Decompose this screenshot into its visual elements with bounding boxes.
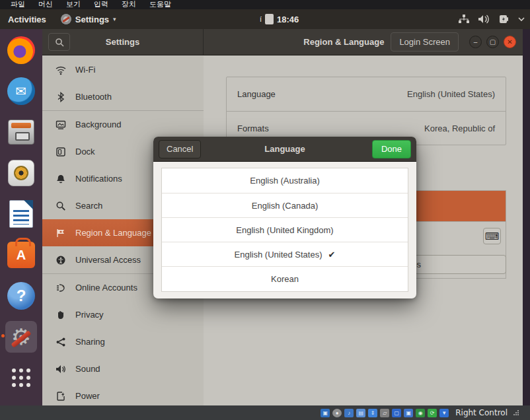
language-value: English (United States)	[407, 89, 495, 99]
language-option[interactable]: English (Australia)	[162, 168, 408, 193]
cancel-button[interactable]: Cancel	[159, 140, 201, 158]
wifi-icon	[56, 65, 66, 75]
firefox-icon	[7, 36, 35, 64]
sidebar-item-label: Power	[75, 391, 100, 401]
dialog-header: Language Cancel Done	[153, 137, 416, 162]
optical-drive-icon[interactable]: ●	[332, 409, 342, 417]
network-adapters-icon[interactable]: ▤	[356, 409, 365, 417]
sidebar-item-privacy[interactable]: Privacy	[42, 301, 204, 328]
rhythmbox-icon	[8, 160, 34, 186]
sidebar-item-label: Sound	[75, 364, 100, 374]
sidebar-item-sharing[interactable]: Sharing	[42, 328, 204, 355]
close-button[interactable]: ✕	[504, 36, 516, 48]
dock: ✉ A ? ⚙	[0, 29, 42, 405]
sidebar-item-background[interactable]: Background	[42, 111, 204, 138]
menu-devices[interactable]: 장치	[115, 0, 143, 9]
minimize-button[interactable]: –	[469, 36, 482, 48]
hard-disk-icon[interactable]: ▣	[321, 409, 330, 417]
chevron-down-icon	[518, 17, 525, 22]
volume-icon	[478, 15, 490, 24]
formats-value: Korea, Republic of	[424, 123, 495, 133]
online-accounts-icon: s	[56, 283, 66, 293]
settings-gear-icon	[61, 14, 71, 24]
shared-clipboard-icon[interactable]: ⟳	[428, 409, 437, 417]
menu-view[interactable]: 보기	[59, 0, 87, 9]
shared-folders-icon[interactable]: ▱	[380, 409, 389, 417]
privacy-hand-icon	[56, 310, 66, 320]
keyboard-preview-button[interactable]: ⌨	[483, 228, 501, 244]
dock-item-settings[interactable]: ⚙	[5, 321, 37, 353]
sidebar-item-label: Bluetooth	[75, 92, 112, 102]
language-row[interactable]: Language English (United States)	[227, 77, 506, 111]
language-option-selected[interactable]: English (United States) ✔	[162, 242, 408, 266]
done-button[interactable]: Done	[372, 140, 411, 158]
vbox-statusbar: ▣ ● ♪ ▤ ⇕ ▱ ▢ ▣ ◉ ⟳ ▼ Right Control	[0, 405, 530, 420]
app-menu-label: Settings	[75, 15, 109, 24]
sidebar-item-wifi[interactable]: Wi-Fi	[42, 56, 204, 83]
dock-item-writer[interactable]	[5, 198, 37, 230]
notification-icon	[265, 14, 274, 24]
menu-input[interactable]: 입력	[87, 0, 115, 9]
menu-machine[interactable]: 머신	[32, 0, 59, 9]
dock-item-thunderbird[interactable]: ✉	[5, 75, 37, 107]
help-icon: ?	[7, 282, 35, 310]
drag-drop-icon[interactable]: ▼	[439, 409, 449, 417]
page-title: Region & Language	[303, 37, 384, 47]
files-cabinet-icon	[8, 120, 34, 145]
dock-icon	[56, 147, 66, 157]
clock: 18:46	[277, 15, 299, 24]
dock-item-help[interactable]: ?	[5, 280, 37, 312]
app-menu-button[interactable]: Settings ▾	[54, 9, 123, 29]
seamless-windows-icon[interactable]: ▣	[404, 409, 413, 417]
speaker-icon	[56, 364, 66, 374]
sidebar-item-label: Online Accounts	[75, 283, 137, 293]
language-option[interactable]: English (Canada)	[162, 193, 408, 217]
window-controls: – ▢ ✕	[469, 36, 516, 48]
menu-file[interactable]: 파일	[4, 0, 32, 9]
sidebar-item-label: Universal Access	[75, 255, 141, 265]
search-icon	[56, 201, 66, 211]
dock-item-firefox[interactable]	[5, 34, 37, 66]
sidebar-item-sound[interactable]: Sound	[42, 355, 204, 382]
search-button[interactable]	[48, 33, 70, 51]
dock-item-software[interactable]: A	[5, 239, 37, 271]
desktop-wallpaper	[523, 29, 530, 405]
bluetooth-icon	[56, 92, 66, 102]
resize-grip[interactable]	[513, 409, 519, 416]
maximize-button[interactable]: ▢	[486, 36, 499, 48]
language-dialog: Language Cancel Done English (Australia)…	[153, 137, 416, 298]
sidebar-item-label: Notifications	[75, 174, 122, 184]
settings-app-icon: ⚙	[8, 324, 34, 350]
activities-button[interactable]: Activities	[0, 9, 54, 29]
host-key-indicator: Right Control	[455, 408, 508, 417]
dock-item-files[interactable]	[5, 116, 37, 148]
usb-icon[interactable]: ⇕	[368, 409, 377, 417]
checkmark-icon: ✔	[328, 250, 336, 260]
battery-icon	[499, 15, 509, 24]
menu-help[interactable]: 도움말	[143, 0, 178, 9]
dock-item-rhythmbox[interactable]	[5, 157, 37, 189]
clock-area[interactable]: í 18:46	[260, 9, 299, 29]
power-icon	[56, 391, 66, 402]
language-option[interactable]: Korean	[162, 266, 408, 291]
show-applications-button[interactable]	[5, 362, 37, 394]
sidebar-item-bluetooth[interactable]: Bluetooth	[42, 83, 204, 110]
system-tray[interactable]	[459, 9, 525, 29]
login-screen-button[interactable]: Login Screen	[391, 32, 459, 52]
recording-icon[interactable]: ◉	[416, 409, 425, 417]
screen: 파일 머신 보기 입력 장치 도움말 Activities Settings ▾…	[0, 0, 530, 420]
language-option[interactable]: English (United Kingdom)	[162, 217, 408, 242]
search-icon	[55, 38, 64, 47]
thunderbird-icon: ✉	[7, 77, 35, 105]
bell-icon	[56, 174, 66, 184]
formats-label: Formats	[237, 123, 269, 133]
audio-icon[interactable]: ♪	[344, 409, 354, 417]
display-icon[interactable]: ▢	[392, 409, 401, 417]
universal-access-icon	[56, 255, 66, 265]
sidebar-item-label: Search	[75, 201, 102, 211]
sidebar-item-label: Dock	[75, 147, 95, 157]
sidebar-item-label: Background	[75, 120, 121, 129]
keyboard-icon: ⌨	[485, 230, 500, 242]
ubuntu-software-icon: A	[7, 242, 35, 268]
chevron-down-icon: ▾	[113, 16, 116, 22]
